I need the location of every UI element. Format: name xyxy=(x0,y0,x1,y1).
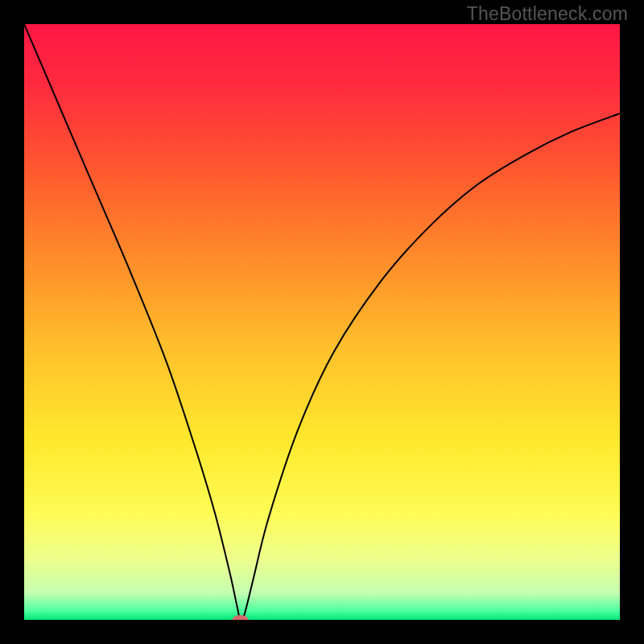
watermark-text: TheBottleneck.com xyxy=(467,3,628,25)
chart-frame xyxy=(24,24,620,620)
chart-canvas xyxy=(24,24,620,620)
gradient-background xyxy=(24,24,620,620)
